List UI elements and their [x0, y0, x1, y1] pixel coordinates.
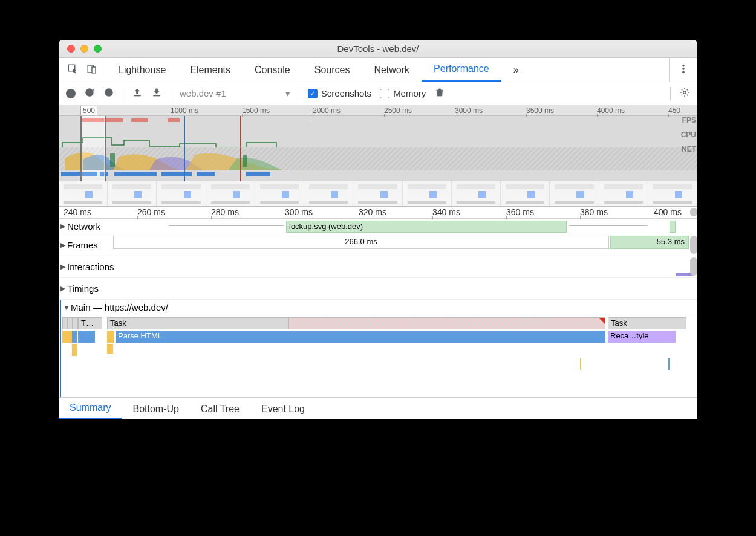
dtab-bottom-up[interactable]: Bottom-Up: [122, 398, 189, 419]
task-bar[interactable]: Task: [608, 317, 686, 329]
filmstrip-thumb[interactable]: [59, 181, 108, 206]
tab-console[interactable]: Console: [243, 58, 302, 82]
filmstrip-thumb[interactable]: [206, 181, 255, 206]
screenshots-checkbox[interactable]: [308, 89, 318, 98]
track-frames[interactable]: ▶ Frames 266.0 ms 55.3 ms: [59, 234, 697, 256]
filmstrip-thumb[interactable]: [255, 181, 304, 206]
ov-tick: 500 ms: [100, 106, 123, 115]
more-icon[interactable]: [678, 63, 689, 77]
filmstrip-thumb[interactable]: [108, 181, 157, 206]
filmstrip-thumb[interactable]: [599, 181, 648, 206]
track-timings[interactable]: ▶ Timings: [59, 278, 697, 300]
parse-html-bar[interactable]: Parse HTML: [116, 331, 605, 343]
filmstrip-thumb[interactable]: [304, 181, 353, 206]
profile-selector[interactable]: web.dev #1: [180, 88, 290, 99]
dtab-call-tree[interactable]: Call Tree: [190, 398, 250, 419]
screenshots-toggle[interactable]: Screenshots: [308, 88, 371, 98]
ruler-tick: 260 ms: [137, 207, 165, 217]
profile-label: web.dev #1: [180, 88, 226, 98]
track-label: Main — https://web.dev/: [71, 302, 168, 312]
overview-ruler[interactable]: 500 500 ms 1000 ms 1500 ms 2000 ms 2500 …: [59, 105, 697, 116]
dtab-event-log[interactable]: Event Log: [250, 398, 316, 419]
ov-tick: 2000 ms: [313, 106, 341, 115]
clear-icon[interactable]: [103, 87, 114, 100]
tab-sources[interactable]: Sources: [302, 58, 362, 82]
track-content: 266.0 ms 55.3 ms: [59, 234, 697, 256]
filmstrip-thumb[interactable]: [550, 181, 599, 206]
ov-tick: 1000 ms: [171, 106, 198, 115]
recalc-style-bar[interactable]: Reca…tyle: [608, 331, 676, 343]
task-bar-long-hatched[interactable]: [288, 317, 605, 329]
memory-toggle[interactable]: Memory: [380, 88, 426, 98]
frame-bar[interactable]: 266.0 ms: [113, 236, 609, 249]
ruler-tick: 400 ms: [654, 207, 682, 217]
svg-point-5: [683, 71, 685, 73]
filmstrip-thumb[interactable]: [452, 181, 501, 206]
track-network[interactable]: ▶ Network lockup.svg (web.dev): [59, 219, 697, 234]
tab-lighthouse[interactable]: Lighthouse: [106, 58, 178, 82]
flame-bar[interactable]: [78, 331, 95, 343]
scrollbar-stub[interactable]: [690, 236, 697, 254]
devtools-window: DevTools - web.dev/ Lighthouse Elements …: [59, 40, 697, 419]
track-content: [59, 256, 697, 277]
scrollbar-stub[interactable]: [690, 257, 697, 276]
ruler-tick: 240 ms: [64, 207, 91, 217]
frame-bar[interactable]: 55.3 ms: [610, 236, 689, 249]
device-toggle-icon[interactable]: [86, 63, 97, 77]
filmstrip-thumb[interactable]: [157, 181, 206, 206]
flame-stub: [668, 358, 670, 370]
flame-bar[interactable]: [67, 331, 72, 343]
filmstrip[interactable]: [59, 181, 697, 206]
flame-bar[interactable]: [72, 344, 77, 356]
main-flame-chart[interactable]: T… Task Task Parse HTML Reca…tyle: [59, 315, 697, 398]
network-item[interactable]: lockup.svg (web.dev): [286, 221, 567, 233]
ruler-tick: 380 ms: [580, 207, 608, 217]
scrollbar-stub[interactable]: [690, 208, 697, 216]
flame-bar[interactable]: [72, 331, 77, 343]
svg-rect-2: [92, 67, 96, 73]
track-interactions[interactable]: ▶ Interactions: [59, 256, 697, 278]
disclosure-icon[interactable]: ▶: [59, 285, 67, 292]
network-item-small[interactable]: [670, 221, 676, 233]
separator: [171, 87, 171, 100]
network-whisker: [169, 225, 284, 226]
tracks-panel: ▶ Network lockup.svg (web.dev) ▶ Frames …: [59, 219, 697, 398]
download-icon[interactable]: [151, 87, 162, 100]
tab-overflow[interactable]: »: [501, 58, 531, 82]
tab-elements[interactable]: Elements: [178, 58, 243, 82]
filmstrip-thumb[interactable]: [403, 181, 452, 206]
trash-icon[interactable]: [434, 87, 445, 100]
reload-icon[interactable]: [84, 87, 95, 100]
ov-dim-left: [59, 116, 80, 181]
disclosure-icon[interactable]: ▼: [62, 304, 71, 311]
devtools-tabbar: Lighthouse Elements Console Sources Netw…: [59, 58, 697, 82]
flame-bar[interactable]: [62, 331, 67, 343]
overview-selection[interactable]: [80, 116, 106, 181]
tab-network[interactable]: Network: [362, 58, 422, 82]
flame-stub: [580, 358, 581, 370]
track-main-header[interactable]: ▼ Main — https://web.dev/: [59, 300, 697, 315]
selection-start-label: 500: [80, 106, 97, 115]
settings-icon[interactable]: [679, 87, 690, 100]
dtab-summary[interactable]: Summary: [59, 398, 122, 419]
filmstrip-thumb[interactable]: [648, 181, 697, 206]
filmstrip-thumb[interactable]: [353, 181, 402, 206]
tab-performance[interactable]: Performance: [422, 58, 501, 82]
task-bar[interactable]: [72, 317, 78, 329]
upload-icon[interactable]: [132, 87, 143, 100]
overview-body[interactable]: [59, 116, 697, 181]
memory-checkbox[interactable]: [380, 89, 389, 98]
track-content: lockup.svg (web.dev): [59, 219, 697, 234]
overview-timeline[interactable]: 500 500 ms 1000 ms 1500 ms 2000 ms 2500 …: [59, 105, 697, 207]
flame-bar[interactable]: [107, 331, 114, 343]
task-bar[interactable]: T…: [78, 317, 102, 329]
main-ruler[interactable]: 240 ms 260 ms 280 ms 300 ms 320 ms 340 m…: [59, 207, 697, 219]
separator: [123, 87, 123, 100]
inspect-icon[interactable]: [67, 63, 78, 77]
record-button[interactable]: [66, 89, 76, 98]
filmstrip-thumb[interactable]: [501, 181, 550, 206]
task-bar-long[interactable]: Task: [107, 317, 288, 329]
flame-bar[interactable]: [107, 344, 113, 354]
separator: [670, 87, 671, 100]
tabs-container: Lighthouse Elements Console Sources Netw…: [106, 58, 669, 82]
